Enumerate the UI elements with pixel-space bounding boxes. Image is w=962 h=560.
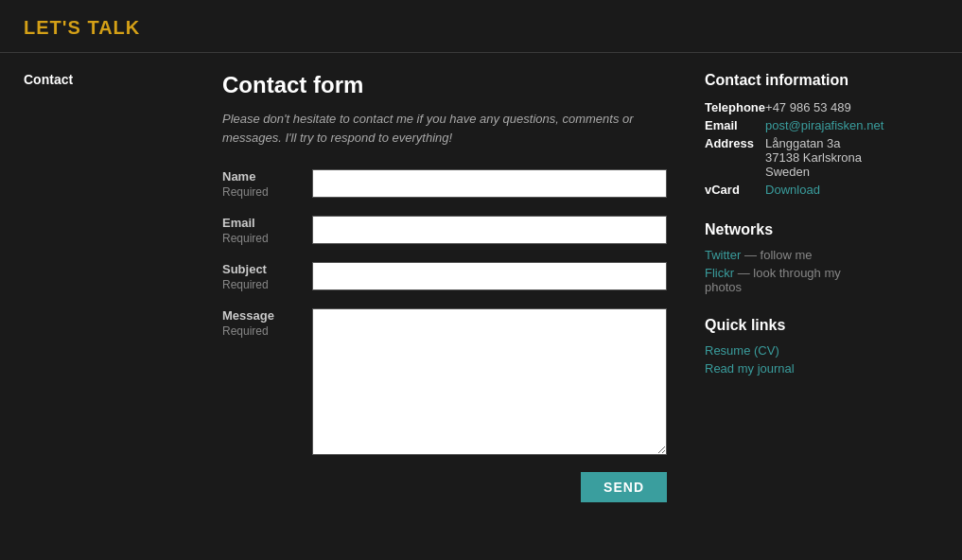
resume-link[interactable]: Resume (CV) xyxy=(705,343,875,358)
email-value: post@pirajafisken.net xyxy=(765,116,883,134)
content-area: Contact form Please don't hesitate to co… xyxy=(194,72,667,502)
subject-label-group: Subject Required xyxy=(222,262,312,291)
name-field-row: Name Required xyxy=(222,169,667,199)
address-label: Address xyxy=(705,134,765,181)
contact-info-title: Contact information xyxy=(705,72,875,89)
right-panel: Contact information Telephone +47 986 53… xyxy=(667,72,875,502)
flickr-item: Flickr — look through my photos xyxy=(705,266,875,294)
twitter-link[interactable]: Twitter xyxy=(705,248,741,262)
name-input[interactable] xyxy=(312,169,667,198)
message-field-label: Message xyxy=(222,308,312,323)
sidebar-contact-label: Contact xyxy=(24,72,73,87)
site-title: LET'S TALK xyxy=(24,17,140,38)
subject-input[interactable] xyxy=(312,262,667,290)
subject-field-label: Subject xyxy=(222,262,312,276)
subject-field-row: Subject Required xyxy=(222,262,667,291)
contact-info-section: Contact information Telephone +47 986 53… xyxy=(705,72,875,199)
vcard-value: Download xyxy=(765,181,883,199)
flickr-link[interactable]: Flickr xyxy=(705,266,734,280)
subject-required-label: Required xyxy=(222,278,312,291)
message-input[interactable] xyxy=(312,308,667,455)
vcard-row: vCard Download xyxy=(705,181,883,199)
vcard-label: vCard xyxy=(705,181,765,199)
telephone-label: Telephone xyxy=(705,98,765,116)
address-line1: Långgatan 3a xyxy=(765,136,841,150)
vcard-download-link[interactable]: Download xyxy=(765,183,820,197)
email-input[interactable] xyxy=(312,216,667,244)
email-label-group: Email Required xyxy=(222,216,312,245)
page-title: Contact form xyxy=(222,72,667,98)
quick-links-title: Quick links xyxy=(705,317,875,334)
email-field-label: Email xyxy=(222,216,312,230)
message-label-group: Message Required xyxy=(222,308,312,338)
address-line3: Sweden xyxy=(765,165,810,179)
main-layout: Contact Contact form Please don't hesita… xyxy=(0,53,962,521)
networks-section: Networks Twitter — follow me Flickr — lo… xyxy=(705,221,875,294)
telephone-value: +47 986 53 489 xyxy=(765,98,883,116)
networks-title: Networks xyxy=(705,221,875,238)
page-subtitle: Please don't hesitate to contact me if y… xyxy=(222,110,667,147)
message-field-row: Message Required xyxy=(222,308,667,455)
email-field-row: Email Required xyxy=(222,216,667,245)
contact-info-table: Telephone +47 986 53 489 Email post@pira… xyxy=(705,98,883,199)
name-label-group: Name Required xyxy=(222,169,312,199)
address-line2: 37138 Karlskrona xyxy=(765,150,862,165)
email-row: Email post@pirajafisken.net xyxy=(705,116,883,134)
address-row: Address Långgatan 3a 37138 Karlskrona Sw… xyxy=(705,134,883,181)
message-required-label: Required xyxy=(222,324,312,338)
twitter-desc: — follow me xyxy=(744,248,813,262)
email-required-label: Required xyxy=(222,232,312,245)
name-required-label: Required xyxy=(222,185,312,199)
sidebar: Contact xyxy=(24,72,194,502)
send-button[interactable]: SEND xyxy=(581,472,667,502)
email-label: Email xyxy=(705,116,765,134)
twitter-item: Twitter — follow me xyxy=(705,248,875,262)
journal-link[interactable]: Read my journal xyxy=(705,361,875,376)
name-field-label: Name xyxy=(222,169,312,184)
quick-links-section: Quick links Resume (CV) Read my journal xyxy=(705,317,875,376)
header: LET'S TALK xyxy=(0,0,962,53)
address-value: Långgatan 3a 37138 Karlskrona Sweden xyxy=(765,134,883,181)
send-row: SEND xyxy=(222,472,667,502)
telephone-row: Telephone +47 986 53 489 xyxy=(705,98,883,116)
email-link[interactable]: post@pirajafisken.net xyxy=(765,118,883,132)
